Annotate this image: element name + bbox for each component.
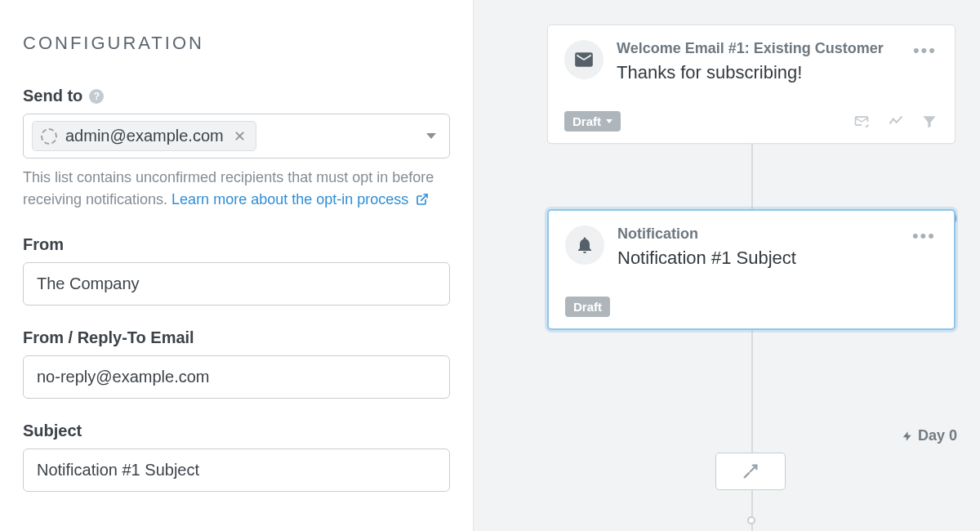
from-field: From (23, 235, 450, 306)
envelope-icon (564, 40, 604, 79)
send-to-field: Send to ? admin@example.com ✕ This list … (23, 87, 450, 212)
subject-field: Subject (23, 422, 450, 492)
reply-to-input[interactable] (23, 355, 450, 399)
lightning-icon (902, 429, 913, 444)
from-input[interactable] (23, 262, 450, 306)
day-label: Day 0 (902, 427, 957, 444)
configuration-panel: CONFIGURATION Send to ? admin@example.co… (0, 0, 474, 531)
card-menu-icon[interactable]: ••• (911, 225, 938, 247)
send-to-helper: This list contains unconfirmed recipient… (23, 167, 450, 212)
learn-more-text: Learn more about the opt-in process (172, 191, 408, 207)
learn-more-link[interactable]: Learn more about the opt-in process (172, 191, 429, 207)
svg-line-0 (421, 194, 427, 200)
filter-icon[interactable] (920, 114, 938, 130)
reply-to-label: From / Reply-To Email (23, 328, 450, 347)
mail-check-icon[interactable] (852, 114, 871, 130)
remove-recipient-icon[interactable]: ✕ (232, 127, 247, 145)
panel-title: CONFIGURATION (23, 33, 450, 54)
flow-canvas[interactable]: Welcome Email #1: Existing Customer Than… (474, 0, 980, 531)
chevron-down-icon (606, 119, 612, 123)
recipient-token: admin@example.com ✕ (32, 121, 256, 151)
recipient-email: admin@example.com (65, 127, 224, 145)
card-subtitle: Thanks for subscribing! (617, 62, 884, 83)
status-badge[interactable]: Draft (565, 297, 610, 317)
chevron-down-icon[interactable] (426, 133, 436, 139)
branch-node[interactable] (715, 453, 786, 490)
card-menu-icon[interactable]: ••• (911, 40, 938, 61)
flow-card-notification[interactable]: Notification Notification #1 Subject •••… (547, 209, 956, 330)
status-badge[interactable]: Draft (564, 111, 621, 132)
external-link-icon (416, 190, 429, 212)
status-text: Draft (573, 300, 602, 314)
card-title: Welcome Email #1: Existing Customer (617, 40, 884, 57)
send-to-label: Send to (23, 87, 82, 105)
branch-icon (742, 462, 760, 480)
from-label: From (23, 235, 450, 254)
bell-icon (565, 225, 604, 265)
send-to-select[interactable]: admin@example.com ✕ (23, 114, 450, 158)
analytics-icon[interactable] (886, 114, 906, 130)
card-title: Notification (617, 225, 796, 243)
placeholder-circle-icon (41, 128, 57, 145)
status-text: Draft (572, 114, 601, 128)
reply-to-field: From / Reply-To Email (23, 328, 450, 399)
connector-dot (747, 516, 755, 524)
help-icon[interactable]: ? (89, 89, 104, 104)
subject-input[interactable] (23, 448, 450, 492)
card-subtitle: Notification #1 Subject (617, 248, 796, 269)
card-action-icons (852, 114, 938, 130)
flow-card-welcome-email[interactable]: Welcome Email #1: Existing Customer Than… (547, 25, 956, 144)
day-text: Day 0 (918, 427, 957, 444)
subject-label: Subject (23, 422, 450, 440)
